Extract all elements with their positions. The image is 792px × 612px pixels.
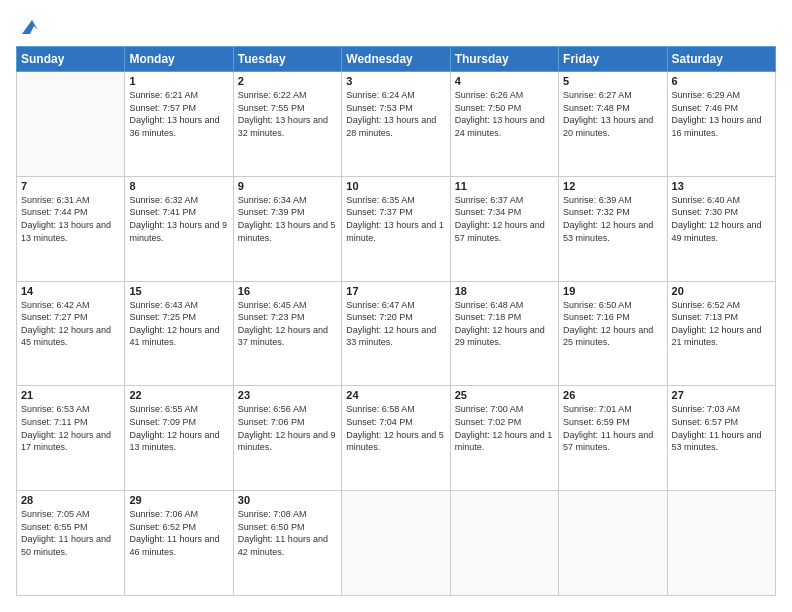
day-info: Sunrise: 6:24 AMSunset: 7:53 PMDaylight:… — [346, 89, 445, 139]
day-info: Sunrise: 6:48 AMSunset: 7:18 PMDaylight:… — [455, 299, 554, 349]
calendar-cell: 2Sunrise: 6:22 AMSunset: 7:55 PMDaylight… — [233, 72, 341, 177]
day-number: 9 — [238, 180, 337, 192]
page: SundayMondayTuesdayWednesdayThursdayFrid… — [0, 0, 792, 612]
day-number: 21 — [21, 389, 120, 401]
calendar-cell: 11Sunrise: 6:37 AMSunset: 7:34 PMDayligh… — [450, 176, 558, 281]
day-info: Sunrise: 6:56 AMSunset: 7:06 PMDaylight:… — [238, 403, 337, 453]
calendar-cell: 7Sunrise: 6:31 AMSunset: 7:44 PMDaylight… — [17, 176, 125, 281]
calendar-body: 1Sunrise: 6:21 AMSunset: 7:57 PMDaylight… — [17, 72, 776, 596]
calendar-cell: 6Sunrise: 6:29 AMSunset: 7:46 PMDaylight… — [667, 72, 775, 177]
day-number: 17 — [346, 285, 445, 297]
week-row-1: 1Sunrise: 6:21 AMSunset: 7:57 PMDaylight… — [17, 72, 776, 177]
calendar-cell: 20Sunrise: 6:52 AMSunset: 7:13 PMDayligh… — [667, 281, 775, 386]
calendar-cell: 3Sunrise: 6:24 AMSunset: 7:53 PMDaylight… — [342, 72, 450, 177]
calendar-cell: 22Sunrise: 6:55 AMSunset: 7:09 PMDayligh… — [125, 386, 233, 491]
day-info: Sunrise: 6:42 AMSunset: 7:27 PMDaylight:… — [21, 299, 120, 349]
day-info: Sunrise: 6:58 AMSunset: 7:04 PMDaylight:… — [346, 403, 445, 453]
day-number: 20 — [672, 285, 771, 297]
weekday-header-tuesday: Tuesday — [233, 47, 341, 72]
calendar-table: SundayMondayTuesdayWednesdayThursdayFrid… — [16, 46, 776, 596]
day-number: 26 — [563, 389, 662, 401]
calendar-cell: 14Sunrise: 6:42 AMSunset: 7:27 PMDayligh… — [17, 281, 125, 386]
week-row-5: 28Sunrise: 7:05 AMSunset: 6:55 PMDayligh… — [17, 491, 776, 596]
day-number: 3 — [346, 75, 445, 87]
day-number: 2 — [238, 75, 337, 87]
weekday-header-thursday: Thursday — [450, 47, 558, 72]
calendar-cell: 17Sunrise: 6:47 AMSunset: 7:20 PMDayligh… — [342, 281, 450, 386]
day-info: Sunrise: 6:40 AMSunset: 7:30 PMDaylight:… — [672, 194, 771, 244]
day-info: Sunrise: 6:26 AMSunset: 7:50 PMDaylight:… — [455, 89, 554, 139]
day-info: Sunrise: 6:43 AMSunset: 7:25 PMDaylight:… — [129, 299, 228, 349]
day-info: Sunrise: 7:06 AMSunset: 6:52 PMDaylight:… — [129, 508, 228, 558]
day-number: 4 — [455, 75, 554, 87]
day-number: 19 — [563, 285, 662, 297]
day-info: Sunrise: 6:29 AMSunset: 7:46 PMDaylight:… — [672, 89, 771, 139]
day-number: 29 — [129, 494, 228, 506]
day-number: 23 — [238, 389, 337, 401]
calendar-cell: 26Sunrise: 7:01 AMSunset: 6:59 PMDayligh… — [559, 386, 667, 491]
day-info: Sunrise: 6:22 AMSunset: 7:55 PMDaylight:… — [238, 89, 337, 139]
day-number: 11 — [455, 180, 554, 192]
calendar-cell: 25Sunrise: 7:00 AMSunset: 7:02 PMDayligh… — [450, 386, 558, 491]
day-info: Sunrise: 6:47 AMSunset: 7:20 PMDaylight:… — [346, 299, 445, 349]
calendar-cell: 4Sunrise: 6:26 AMSunset: 7:50 PMDaylight… — [450, 72, 558, 177]
calendar-cell: 30Sunrise: 7:08 AMSunset: 6:50 PMDayligh… — [233, 491, 341, 596]
day-number: 10 — [346, 180, 445, 192]
day-info: Sunrise: 7:00 AMSunset: 7:02 PMDaylight:… — [455, 403, 554, 453]
day-number: 8 — [129, 180, 228, 192]
calendar-cell — [450, 491, 558, 596]
day-number: 14 — [21, 285, 120, 297]
week-row-2: 7Sunrise: 6:31 AMSunset: 7:44 PMDaylight… — [17, 176, 776, 281]
day-info: Sunrise: 6:31 AMSunset: 7:44 PMDaylight:… — [21, 194, 120, 244]
calendar-cell — [559, 491, 667, 596]
day-info: Sunrise: 6:45 AMSunset: 7:23 PMDaylight:… — [238, 299, 337, 349]
day-number: 12 — [563, 180, 662, 192]
day-info: Sunrise: 7:03 AMSunset: 6:57 PMDaylight:… — [672, 403, 771, 453]
weekday-header-monday: Monday — [125, 47, 233, 72]
calendar-cell: 8Sunrise: 6:32 AMSunset: 7:41 PMDaylight… — [125, 176, 233, 281]
calendar-cell: 29Sunrise: 7:06 AMSunset: 6:52 PMDayligh… — [125, 491, 233, 596]
week-row-3: 14Sunrise: 6:42 AMSunset: 7:27 PMDayligh… — [17, 281, 776, 386]
day-info: Sunrise: 6:34 AMSunset: 7:39 PMDaylight:… — [238, 194, 337, 244]
day-info: Sunrise: 6:55 AMSunset: 7:09 PMDaylight:… — [129, 403, 228, 453]
day-number: 16 — [238, 285, 337, 297]
calendar-cell: 16Sunrise: 6:45 AMSunset: 7:23 PMDayligh… — [233, 281, 341, 386]
day-number: 7 — [21, 180, 120, 192]
calendar-cell: 24Sunrise: 6:58 AMSunset: 7:04 PMDayligh… — [342, 386, 450, 491]
day-number: 24 — [346, 389, 445, 401]
day-number: 6 — [672, 75, 771, 87]
day-info: Sunrise: 7:01 AMSunset: 6:59 PMDaylight:… — [563, 403, 662, 453]
day-info: Sunrise: 6:52 AMSunset: 7:13 PMDaylight:… — [672, 299, 771, 349]
weekday-header-sunday: Sunday — [17, 47, 125, 72]
day-number: 5 — [563, 75, 662, 87]
calendar-cell — [17, 72, 125, 177]
day-number: 13 — [672, 180, 771, 192]
day-number: 30 — [238, 494, 337, 506]
day-number: 22 — [129, 389, 228, 401]
day-number: 15 — [129, 285, 228, 297]
day-number: 1 — [129, 75, 228, 87]
logo — [16, 16, 40, 38]
calendar-cell: 18Sunrise: 6:48 AMSunset: 7:18 PMDayligh… — [450, 281, 558, 386]
calendar-cell: 10Sunrise: 6:35 AMSunset: 7:37 PMDayligh… — [342, 176, 450, 281]
weekday-header-wednesday: Wednesday — [342, 47, 450, 72]
calendar-cell: 15Sunrise: 6:43 AMSunset: 7:25 PMDayligh… — [125, 281, 233, 386]
calendar-cell: 5Sunrise: 6:27 AMSunset: 7:48 PMDaylight… — [559, 72, 667, 177]
calendar-cell: 1Sunrise: 6:21 AMSunset: 7:57 PMDaylight… — [125, 72, 233, 177]
calendar-cell: 19Sunrise: 6:50 AMSunset: 7:16 PMDayligh… — [559, 281, 667, 386]
calendar-cell: 23Sunrise: 6:56 AMSunset: 7:06 PMDayligh… — [233, 386, 341, 491]
calendar-cell — [667, 491, 775, 596]
day-info: Sunrise: 6:37 AMSunset: 7:34 PMDaylight:… — [455, 194, 554, 244]
weekday-header-row: SundayMondayTuesdayWednesdayThursdayFrid… — [17, 47, 776, 72]
weekday-header-friday: Friday — [559, 47, 667, 72]
svg-marker-0 — [22, 20, 38, 34]
day-info: Sunrise: 6:35 AMSunset: 7:37 PMDaylight:… — [346, 194, 445, 244]
day-info: Sunrise: 6:27 AMSunset: 7:48 PMDaylight:… — [563, 89, 662, 139]
day-number: 27 — [672, 389, 771, 401]
header — [16, 16, 776, 38]
day-info: Sunrise: 7:05 AMSunset: 6:55 PMDaylight:… — [21, 508, 120, 558]
calendar-cell: 12Sunrise: 6:39 AMSunset: 7:32 PMDayligh… — [559, 176, 667, 281]
day-info: Sunrise: 7:08 AMSunset: 6:50 PMDaylight:… — [238, 508, 337, 558]
day-info: Sunrise: 6:53 AMSunset: 7:11 PMDaylight:… — [21, 403, 120, 453]
calendar-cell: 28Sunrise: 7:05 AMSunset: 6:55 PMDayligh… — [17, 491, 125, 596]
